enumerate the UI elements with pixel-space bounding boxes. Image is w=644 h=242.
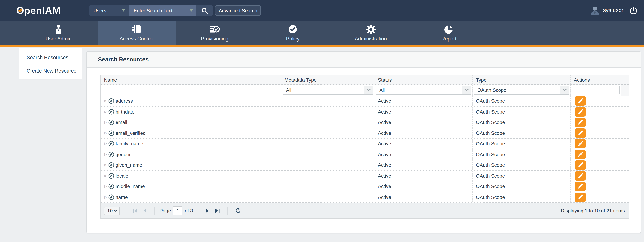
resource-type: OAuth Scope	[472, 171, 570, 181]
pencil-edit-icon	[578, 173, 583, 179]
pagination-bar: 10 Page of 3	[101, 203, 628, 218]
expand-arrow-icon[interactable]: ▷	[104, 185, 107, 188]
pencil-edit-icon	[578, 98, 583, 104]
tab-policy[interactable]: Policy	[254, 21, 332, 45]
tab-user-admin[interactable]: User Admin	[20, 21, 98, 45]
openiam-logo[interactable]: OpenIAM	[16, 5, 60, 16]
resource-type: OAuth Scope	[472, 128, 570, 138]
edit-button[interactable]	[574, 97, 586, 106]
expand-arrow-icon[interactable]: ▷	[104, 163, 107, 167]
table-row[interactable]: ▷ family_name Active OAuth Scope	[101, 139, 628, 149]
logged-in-username[interactable]: sys user	[603, 7, 623, 13]
leaf-icon	[108, 120, 114, 125]
col-header-type[interactable]: Type	[472, 75, 570, 84]
table-row[interactable]: ▷ gender Active OAuth Scope	[101, 149, 628, 160]
resource-type: OAuth Scope	[472, 192, 570, 202]
edit-button[interactable]	[574, 128, 586, 138]
table-row[interactable]: ▷ given_name Active OAuth Scope	[101, 160, 628, 171]
resource-type: OAuth Scope	[472, 181, 570, 192]
status-filter-select[interactable]: All	[376, 86, 471, 95]
col-header-metadata[interactable]: Metadata Type	[281, 75, 374, 84]
leaf-icon	[108, 98, 114, 104]
last-page-button[interactable]	[212, 208, 222, 214]
user-avatar[interactable]	[590, 6, 600, 15]
resource-name: locale	[116, 173, 128, 179]
first-page-icon	[132, 208, 138, 214]
page-number-input[interactable]	[173, 206, 182, 215]
col-header-name[interactable]: Name	[101, 75, 281, 84]
page-size-select[interactable]: 10	[104, 207, 120, 215]
sidebar-item-create-new-resource[interactable]: Create New Resource	[19, 64, 82, 78]
resource-status: Active	[374, 171, 472, 181]
divider	[198, 207, 198, 215]
prev-page-icon	[142, 208, 147, 214]
metadata-type-filter-select[interactable]: All	[282, 86, 374, 95]
tab-report[interactable]: Report	[410, 21, 488, 45]
refresh-icon	[235, 208, 241, 214]
resource-name: email_verified	[116, 130, 146, 136]
policy-check-icon	[288, 24, 298, 34]
edit-button[interactable]	[574, 150, 586, 159]
power-icon[interactable]	[629, 6, 638, 15]
col-header-status[interactable]: Status	[374, 75, 472, 84]
name-filter-input[interactable]	[102, 86, 280, 94]
edit-button[interactable]	[574, 139, 586, 148]
expand-arrow-icon[interactable]: ▷	[104, 131, 107, 135]
pencil-edit-icon	[578, 120, 583, 125]
table-row[interactable]: ▷ name Active OAuth Scope	[101, 192, 628, 203]
last-page-icon	[215, 208, 220, 214]
actions-filter-input[interactable]	[572, 86, 620, 94]
tab-provisioning[interactable]: Provisioning	[176, 21, 254, 45]
leaf-icon	[108, 141, 114, 147]
leaf-icon	[108, 152, 114, 157]
expand-arrow-icon[interactable]: ▷	[104, 121, 107, 124]
table-body: ▷ address Active OAuth Scope	[101, 96, 628, 203]
edit-button[interactable]	[574, 182, 586, 191]
sidebar-item-search-resources[interactable]: Search Resources	[19, 51, 82, 64]
first-page-button[interactable]	[130, 208, 140, 214]
leaf-icon	[108, 194, 114, 200]
tab-administration[interactable]: Administration	[332, 21, 410, 45]
table-row[interactable]: ▷ locale Active OAuth Scope	[101, 171, 628, 181]
refresh-button[interactable]	[233, 208, 244, 214]
table-row[interactable]: ▷ email Active OAuth Scope	[101, 117, 628, 128]
edit-button[interactable]	[574, 160, 586, 170]
main-nav: User Admin Access Control	[0, 21, 644, 45]
expand-arrow-icon[interactable]: ▷	[104, 110, 107, 114]
resource-metadata-type	[281, 139, 374, 149]
resource-status: Active	[374, 149, 472, 160]
search-category-select[interactable]: Users	[89, 5, 129, 16]
provisioning-icon	[210, 24, 220, 34]
expand-arrow-icon[interactable]: ▷	[104, 196, 107, 199]
next-page-button[interactable]	[203, 208, 212, 214]
search-button[interactable]	[196, 5, 213, 16]
expand-arrow-icon[interactable]: ▷	[104, 142, 107, 145]
edit-button[interactable]	[574, 193, 586, 202]
edit-button[interactable]	[574, 118, 586, 127]
table-row[interactable]: ▷ address Active OAuth Scope	[101, 96, 628, 107]
search-input[interactable]: Enter Search Text	[129, 5, 196, 16]
resource-status: Active	[374, 128, 472, 138]
prev-page-button[interactable]	[140, 208, 149, 214]
next-page-icon	[205, 208, 210, 214]
table-row[interactable]: ▷ birthdate Active OAuth Scope	[101, 107, 628, 117]
advanced-search-button[interactable]: Advanced Search	[215, 5, 261, 16]
table-row[interactable]: ▷ middle_name Active OAuth Scope	[101, 181, 628, 192]
expand-arrow-icon[interactable]: ▷	[104, 174, 107, 178]
expand-arrow-icon[interactable]: ▷	[104, 100, 107, 103]
edit-button[interactable]	[574, 107, 586, 117]
expand-arrow-icon[interactable]: ▷	[104, 153, 107, 156]
type-filter-select[interactable]: OAuth Scope	[474, 86, 569, 95]
top-bar: OpenIAM Users Enter Search Text Advanced…	[0, 0, 644, 21]
page-total-label: of 3	[185, 208, 193, 214]
tab-access-control[interactable]: Access Control	[98, 21, 176, 45]
pie-chart-icon	[444, 24, 454, 34]
resource-type: OAuth Scope	[472, 117, 570, 127]
page-label: Page	[160, 208, 171, 214]
search-icon	[202, 7, 208, 14]
resource-name: middle_name	[116, 184, 145, 189]
edit-button[interactable]	[574, 171, 586, 181]
table-row[interactable]: ▷ email_verified Active OAuth Scope	[101, 128, 628, 139]
search-placeholder: Enter Search Text	[134, 8, 172, 13]
chevron-down-icon	[462, 86, 471, 94]
